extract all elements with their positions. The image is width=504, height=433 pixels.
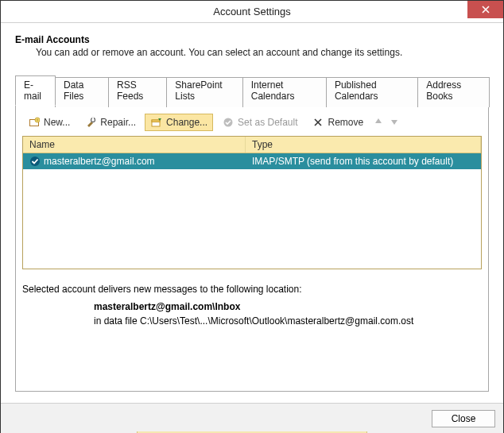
svg-point-7 xyxy=(30,157,40,166)
window-close-button[interactable] xyxy=(467,1,503,18)
section-heading: E-mail Accounts xyxy=(15,34,489,45)
svg-rect-3 xyxy=(92,118,94,119)
toolbar: New... Repair... xyxy=(22,112,482,136)
remove-button[interactable]: Remove xyxy=(306,114,369,131)
cell-name: masteralbertz@gmail.com xyxy=(23,153,246,169)
change-button[interactable]: Change... xyxy=(145,114,213,131)
change-label: Change... xyxy=(166,117,207,128)
set-default-button[interactable]: Set as Default xyxy=(216,114,303,131)
window-title: Account Settings xyxy=(1,6,503,17)
dialog-footer: Close xyxy=(1,403,503,433)
accounts-table: Name Type xyxy=(22,136,482,269)
set-default-label: Set as Default xyxy=(238,117,297,128)
cell-type: IMAP/SMTP (send from this account by def… xyxy=(246,153,481,169)
table-body: masteralbertz@gmail.com IMAP/SMTP (send … xyxy=(23,153,481,269)
svg-rect-5 xyxy=(152,120,160,122)
section-subtext: You can add or remove an account. You ca… xyxy=(36,47,489,58)
column-header-type[interactable]: Type xyxy=(246,137,481,153)
account-name: masteralbertz@gmail.com xyxy=(44,156,155,167)
close-icon xyxy=(482,6,490,14)
repair-label: Repair... xyxy=(100,117,136,128)
repair-icon xyxy=(84,116,97,129)
location-label: Selected account delivers new messages t… xyxy=(22,284,482,295)
arrow-up-icon xyxy=(374,117,383,126)
location-file: in data file C:\Users\Test\...\Microsoft… xyxy=(94,315,482,327)
remove-icon xyxy=(312,116,324,129)
titlebar: Account Settings xyxy=(1,1,503,23)
tab-published-calendars[interactable]: Published Calendars xyxy=(326,77,418,107)
location-block: Selected account delivers new messages t… xyxy=(22,284,482,327)
set-default-icon xyxy=(222,116,235,129)
table-row[interactable]: masteralbertz@gmail.com IMAP/SMTP (send … xyxy=(23,153,481,169)
repair-button[interactable]: Repair... xyxy=(79,114,142,131)
tab-rss-feeds[interactable]: RSS Feeds xyxy=(108,77,167,107)
tab-sharepoint-lists[interactable]: SharePoint Lists xyxy=(166,77,242,107)
new-label: New... xyxy=(44,117,70,128)
column-header-name[interactable]: Name xyxy=(23,137,246,153)
tab-address-books[interactable]: Address Books xyxy=(417,77,490,107)
arrow-down-icon xyxy=(390,117,399,126)
tab-panel-email: New... Repair... xyxy=(15,106,489,392)
tabs-container: E-mail Data Files RSS Feeds SharePoint L… xyxy=(15,75,489,392)
default-account-icon xyxy=(29,156,41,167)
table-header: Name Type xyxy=(23,137,481,153)
move-up-button[interactable] xyxy=(372,117,385,129)
content-area: E-mail Accounts You can add or remove an… xyxy=(1,23,503,403)
account-settings-window: Account Settings E-mail Accounts You can… xyxy=(0,0,504,433)
tab-strip: E-mail Data Files RSS Feeds SharePoint L… xyxy=(15,75,489,106)
new-icon xyxy=(28,116,41,129)
location-path: masteralbertz@gmail.com\Inbox xyxy=(94,301,482,312)
tab-data-files[interactable]: Data Files xyxy=(55,77,109,107)
account-type: IMAP/SMTP (send from this account by def… xyxy=(252,156,453,167)
remove-label: Remove xyxy=(328,117,363,128)
new-button[interactable]: New... xyxy=(22,114,76,131)
tab-internet-calendars[interactable]: Internet Calendars xyxy=(242,77,327,107)
tab-email[interactable]: E-mail xyxy=(15,75,56,106)
close-button[interactable]: Close xyxy=(432,410,495,427)
move-down-button[interactable] xyxy=(388,117,401,129)
change-icon xyxy=(150,116,163,129)
